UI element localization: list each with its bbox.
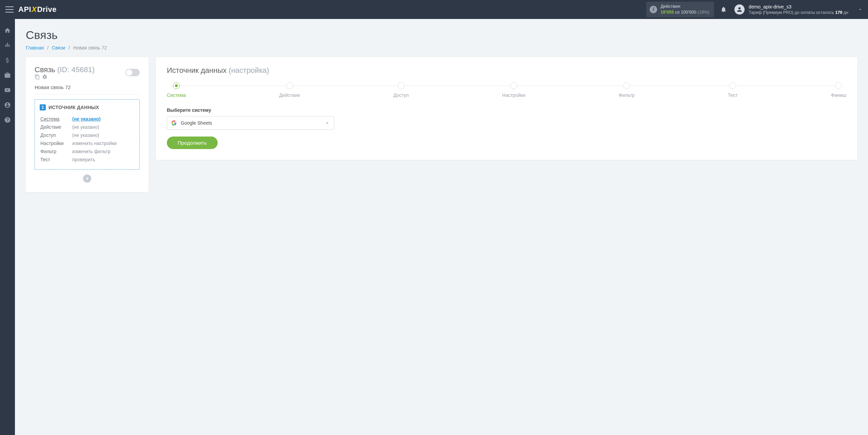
logo-x: X [31,5,37,14]
hamburger-icon[interactable] [5,6,14,13]
source-row-value: изменить фильтр [72,148,134,155]
bell-icon[interactable] [720,6,727,13]
step-label: Финиш [831,92,846,98]
system-selected: Google Sheets [181,120,212,126]
connection-name: Новая связь 72 [35,84,140,95]
step-circle [173,82,180,89]
step-label: Настройки [502,92,526,98]
sidebar-item-profile[interactable] [0,98,15,112]
breadcrumb-current: Новая связь 72 [73,45,107,50]
breadcrumb: Главная / Связи / Новая связь 72 [26,45,857,50]
main-content: Связь Главная / Связи / Новая связь 72 С… [15,19,868,202]
sidebar-item-video[interactable] [0,83,15,97]
google-icon [171,120,177,126]
source-box: 1 ИСТОЧНИК ДАННЫХ Система(не указано)Дей… [35,99,140,170]
connection-card: Связь (ID: 45681) Новая связь 72 1 ИСТОЧ… [26,57,149,192]
step-label: Тест [728,92,738,98]
avatar-icon [734,4,745,15]
source-row[interactable]: Действие(не указано) [40,123,134,131]
logo[interactable]: APIXDrive [18,5,57,14]
step-circle [286,82,293,89]
source-table: Система(не указано)Действие(не указано)Д… [40,115,135,164]
system-select[interactable]: Google Sheets [167,116,334,130]
connection-title: Связь (ID: 45681) [35,65,95,80]
top-header: APIXDrive i Действия: 18'055 из 100'000 … [0,0,868,19]
user-block[interactable]: demo_apix-drive_s3 Тариф |Премиум PRO| д… [734,4,863,15]
step-circle [398,82,405,89]
step-circle [623,82,630,89]
source-row-label: Тест [40,156,72,163]
step-настройки[interactable]: Настройки [502,82,526,98]
step-тест[interactable]: Тест [728,82,738,98]
source-row-label: Система [40,115,72,123]
config-title: Источник данных (настройка) [167,66,846,75]
step-label: Доступ [393,92,409,98]
source-row-label: Доступ [40,131,72,139]
config-card: Источник данных (настройка) СистемаДейст… [156,57,857,160]
source-row[interactable]: Система(не указано) [40,115,134,123]
actions-pct: (18%) [697,9,709,15]
source-row-value: (не указано) [72,115,134,123]
step-фильтр[interactable]: Фильтр [619,82,635,98]
source-row[interactable]: Фильтризменить фильтр [40,148,134,155]
user-tariff: Тариф |Премиум PRO| до оплаты осталось 1… [749,10,848,15]
logo-drive: Drive [37,5,57,14]
source-row-label: Фильтр [40,148,72,155]
step-circle [729,82,736,89]
gear-icon[interactable] [42,74,47,80]
connection-toggle[interactable] [125,69,140,76]
source-row[interactable]: Доступ(не указано) [40,131,134,139]
step-label: Действие [279,92,300,98]
actions-text: Действия: 18'055 из 100'000 (18%) [660,4,709,15]
source-row-label: Настройки [40,140,72,147]
stepper: СистемаДействиеДоступНастройкиФильтрТест… [167,82,846,98]
system-field-label: Выберите систему [167,107,846,113]
step-система[interactable]: Система [167,82,186,98]
step-circle [510,82,517,89]
copy-icon[interactable] [35,74,40,80]
chevron-down-icon [858,7,863,12]
sidebar-item-home[interactable] [0,24,15,37]
step-circle [835,82,842,89]
breadcrumb-links[interactable]: Связи [52,45,65,50]
step-действие[interactable]: Действие [279,82,300,98]
source-row-value: проверить [72,156,134,163]
source-row-value: (не указано) [72,123,134,131]
info-icon: i [650,6,657,13]
step-label: Система [167,92,186,98]
source-title: ИСТОЧНИК ДАННЫХ [48,105,99,110]
source-number: 1 [40,104,46,110]
sidebar-item-billing[interactable] [0,54,15,67]
actions-box[interactable]: i Действия: 18'055 из 100'000 (18%) [646,2,714,17]
source-row-value: (не указано) [72,131,134,139]
actions-used: 18'055 [660,9,674,15]
source-row-link[interactable]: (не указано) [72,116,101,122]
continue-button[interactable]: Продолжить [167,137,218,149]
source-row[interactable]: Настройкиизменить настройки [40,140,134,147]
sidebar-item-briefcase[interactable] [0,68,15,82]
source-row-value: изменить настройки [72,140,134,147]
page-title: Связь [26,28,857,42]
step-label: Фильтр [619,92,635,98]
step-финиш[interactable]: Финиш [831,82,846,98]
user-name: demo_apix-drive_s3 [749,4,848,10]
sidebar-item-connections[interactable] [0,39,15,52]
left-sidebar [0,19,15,202]
actions-label: Действия: [660,4,709,9]
step-доступ[interactable]: Доступ [393,82,409,98]
breadcrumb-home[interactable]: Главная [26,45,44,50]
logo-api: API [18,5,31,14]
source-row[interactable]: Тестпроверить [40,156,134,163]
chevron-down-icon [324,120,330,126]
user-text: demo_apix-drive_s3 Тариф |Премиум PRO| д… [749,4,848,15]
source-row-label: Действие [40,123,72,131]
sidebar-item-help[interactable] [0,113,15,127]
add-destination-button[interactable]: + [83,174,91,183]
